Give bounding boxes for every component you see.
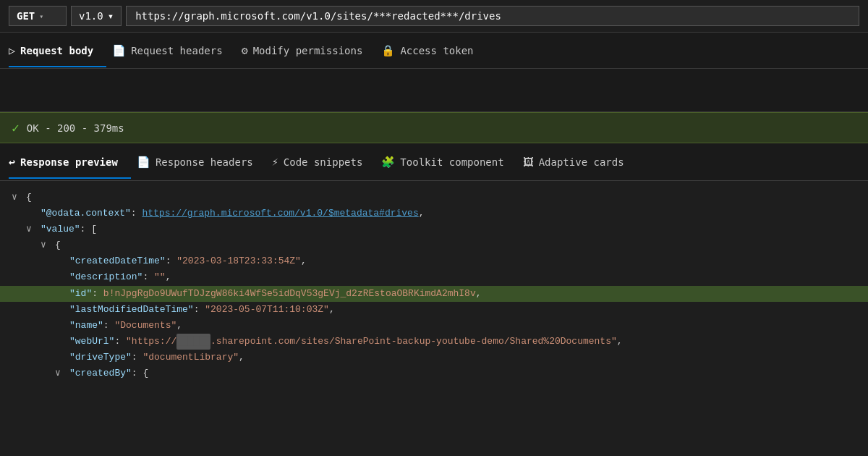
placeholder-8 bbox=[55, 350, 69, 366]
json-created-datetime: "createdDateTime" : "2023-03-18T23:33:54… bbox=[12, 253, 856, 269]
request-headers-icon: 📄 bbox=[112, 44, 126, 57]
json-odata-context: "@odata.context" : https://graph.microso… bbox=[12, 206, 856, 221]
json-val-lastmodified: "2023-05-07T11:10:03Z" bbox=[205, 302, 329, 318]
collapse-placeholder-1 bbox=[26, 206, 41, 221]
request-body-icon: ▷ bbox=[9, 44, 15, 57]
json-val-weburl: "https:// bbox=[126, 334, 176, 350]
tab-modify-permissions[interactable]: ⚙ Modify permissions bbox=[242, 34, 376, 67]
json-key-drivetype: "driveType" bbox=[69, 350, 132, 366]
placeholder-2 bbox=[55, 253, 69, 269]
json-description: "description" : "" , bbox=[12, 269, 856, 285]
url-input[interactable] bbox=[126, 6, 859, 26]
json-key-name: "name" bbox=[69, 318, 103, 334]
tab-request-body-label: Request body bbox=[20, 45, 93, 56]
collapse-value[interactable]: ∨ bbox=[26, 221, 41, 237]
version-chevron: ▾ bbox=[108, 10, 114, 22]
modify-permissions-icon: ⚙ bbox=[242, 44, 248, 57]
tab-toolkit-component-label: Toolkit component bbox=[400, 156, 503, 168]
placeholder-3 bbox=[55, 269, 69, 285]
json-createdby: ∨ "createdBy" : { bbox=[12, 366, 856, 381]
json-id: "id" : b!nJpgRgDo9UWufTDJzgW86ki4WfSe5id… bbox=[12, 286, 856, 302]
placeholder-6 bbox=[55, 318, 69, 334]
adaptive-cards-icon: 🖼 bbox=[523, 156, 534, 169]
method-label: GET bbox=[17, 10, 35, 22]
tab-request-body[interactable]: ▷ Request body bbox=[9, 34, 106, 67]
json-last-modified: "lastModifiedDateTime" : "2023-05-07T11:… bbox=[12, 302, 856, 318]
collapse-root[interactable]: ∨ bbox=[12, 190, 26, 206]
placeholder-4 bbox=[55, 286, 69, 302]
json-key-weburl: "webUrl" bbox=[69, 334, 114, 350]
json-link-odata[interactable]: https://graph.microsoft.com/v1.0/$metada… bbox=[142, 206, 418, 221]
placeholder-5 bbox=[55, 302, 69, 318]
version-dropdown[interactable]: v1.0 ▾ bbox=[71, 6, 122, 26]
placeholder-7 bbox=[55, 334, 69, 350]
tab-adaptive-cards-label: Adaptive cards bbox=[539, 156, 624, 168]
json-id-row-highlighted: "id" : b!nJpgRgDo9UWufTDJzgW86ki4WfSe5id… bbox=[0, 286, 868, 302]
tab-response-preview-label: Response preview bbox=[20, 156, 118, 168]
json-viewer: ∨ { "@odata.context" : https://graph.mic… bbox=[0, 181, 868, 453]
collapse-createdby[interactable]: ∨ bbox=[55, 366, 69, 381]
tab-response-headers[interactable]: 📄 Response headers bbox=[137, 145, 266, 179]
version-label: v1.0 bbox=[79, 10, 103, 22]
response-headers-icon: 📄 bbox=[137, 156, 150, 169]
method-chevron: ▾ bbox=[39, 12, 43, 20]
json-val-description: "" bbox=[154, 269, 166, 285]
json-val-name: "Documents" bbox=[114, 318, 176, 334]
json-key-lastmodified: "lastModifiedDateTime" bbox=[69, 302, 194, 318]
json-val-created: "2023-03-18T23:33:54Z" bbox=[176, 253, 301, 269]
response-preview-icon: ↩ bbox=[9, 156, 15, 169]
top-bar: GET ▾ v1.0 ▾ bbox=[0, 0, 868, 33]
json-key-createdby: "createdBy" bbox=[69, 366, 132, 381]
tab-adaptive-cards[interactable]: 🖼 Adaptive cards bbox=[523, 145, 637, 179]
collapse-item[interactable]: ∨ bbox=[41, 237, 55, 253]
json-val-weburl-rest: .sharepoint.com/sites/SharePoint-backup-… bbox=[210, 334, 617, 350]
tab-request-headers-label: Request headers bbox=[131, 45, 222, 56]
json-val-weburl-redacted: ██████ bbox=[176, 334, 210, 350]
json-drivetype: "driveType" : "documentLibrary" , bbox=[12, 350, 856, 366]
json-name: "name" : "Documents" , bbox=[12, 318, 856, 334]
access-token-icon: 🔒 bbox=[381, 44, 395, 57]
tab-access-token[interactable]: 🔒 Access token bbox=[381, 34, 486, 67]
json-key-value: "value" bbox=[41, 221, 80, 237]
tab-access-token-label: Access token bbox=[400, 45, 473, 56]
json-key-description: "description" bbox=[69, 269, 142, 285]
status-ok-icon: ✓ bbox=[12, 120, 20, 135]
tab-code-snippets-label: Code snippets bbox=[284, 156, 363, 168]
code-snippets-icon: ⚡ bbox=[272, 156, 278, 169]
tab-code-snippets[interactable]: ⚡ Code snippets bbox=[272, 145, 376, 179]
json-val-drivetype: "documentLibrary" bbox=[142, 350, 239, 366]
json-val-id: b!nJpgRgDo9UWufTDJzgW86ki4WfSe5idDqV53gE… bbox=[103, 286, 476, 302]
tab-response-preview[interactable]: ↩ Response preview bbox=[9, 145, 131, 179]
tab-toolkit-component[interactable]: 🧩 Toolkit component bbox=[381, 145, 516, 179]
json-key-id: "id" bbox=[69, 286, 92, 302]
json-value-open: ∨ "value" : [ bbox=[12, 221, 856, 237]
toolkit-component-icon: 🧩 bbox=[381, 156, 395, 169]
json-root-open: ∨ { bbox=[12, 190, 856, 206]
tab-response-headers-label: Response headers bbox=[156, 156, 253, 168]
request-tabs-container: ▷ Request body 📄 Request headers ⚙ Modif… bbox=[0, 33, 868, 69]
json-key-created: "createdDateTime" bbox=[69, 253, 166, 269]
request-body-area bbox=[0, 69, 868, 112]
status-bar: ✓ OK - 200 - 379ms bbox=[0, 112, 868, 143]
json-weburl: "webUrl" : "https://██████.sharepoint.co… bbox=[12, 334, 856, 350]
status-text: OK - 200 - 379ms bbox=[27, 122, 124, 134]
tab-request-headers[interactable]: 📄 Request headers bbox=[112, 34, 235, 67]
tab-modify-permissions-label: Modify permissions bbox=[253, 45, 363, 56]
json-key-odata: "@odata.context" bbox=[41, 206, 131, 221]
response-tabs-container: ↩ Response preview 📄 Response headers ⚡ … bbox=[0, 143, 868, 181]
method-dropdown[interactable]: GET ▾ bbox=[9, 6, 67, 26]
json-item-open: ∨ { bbox=[12, 237, 856, 253]
